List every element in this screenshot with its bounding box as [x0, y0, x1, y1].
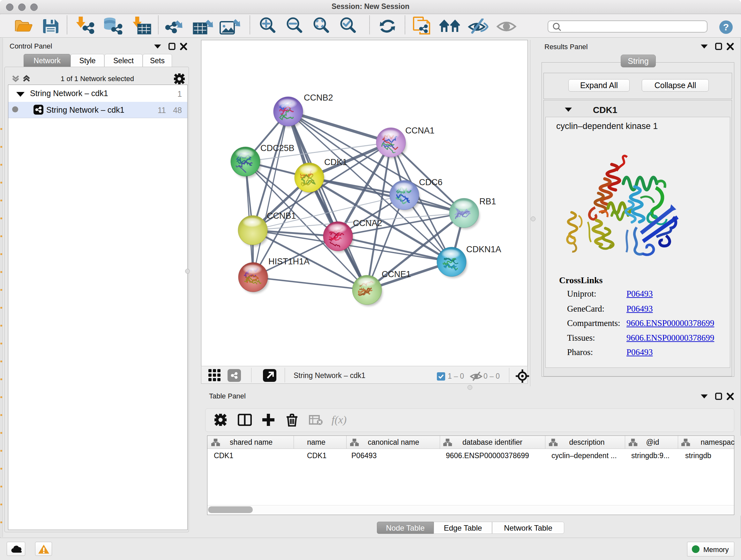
svg-text:CCNA1: CCNA1: [405, 126, 434, 135]
svg-text:CCNA2: CCNA2: [353, 219, 382, 228]
svg-text:CCNB2: CCNB2: [304, 93, 333, 103]
svg-text:CDK1: CDK1: [324, 158, 347, 167]
svg-text:RB1: RB1: [479, 197, 496, 206]
svg-text:CCNE1: CCNE1: [382, 269, 411, 279]
svg-text:HIST1H1A: HIST1H1A: [268, 257, 310, 266]
svg-text:CCNB1: CCNB1: [267, 211, 296, 221]
svg-text:CDC25B: CDC25B: [260, 143, 294, 153]
svg-text:CDC6: CDC6: [419, 178, 443, 187]
svg-text:CDKN1A: CDKN1A: [466, 245, 501, 254]
